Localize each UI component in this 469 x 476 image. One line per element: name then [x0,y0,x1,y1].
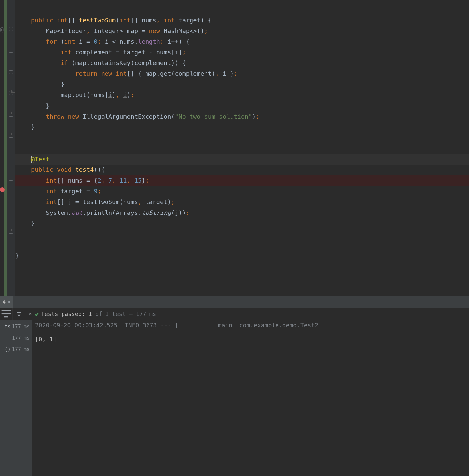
breakpoint-icon[interactable] [0,187,5,192]
string-literal: "No two sum solution" [175,113,252,120]
keyword: int [46,188,57,195]
number: 9 [94,188,97,195]
identifier: complement [75,49,112,56]
keyword: int [64,38,75,45]
tests-suffix: of 1 test – 177 ms [92,311,156,317]
fold-close-icon[interactable] [9,91,13,95]
code-line[interactable]: int target = 9; [15,186,469,197]
identifier: nums [68,177,83,184]
fold-close-icon[interactable] [9,230,13,234]
code-content[interactable]: public int[] testTwoSum(int[] nums, int … [15,0,469,296]
identifier: j [175,209,178,216]
number: 2 [98,177,101,184]
keyword: int [164,17,175,24]
identifier: nums [142,17,156,24]
tree-row[interactable]: ts177 ms [0,321,32,332]
code-line[interactable]: } [15,101,469,111]
tree-row[interactable]: ()177 ms [0,344,32,355]
identifier: target [123,49,145,56]
method-name: testTwoSum [79,17,116,24]
svg-rect-2 [4,316,8,318]
svg-rect-5 [18,315,20,316]
keyword: int [46,198,57,205]
code-line[interactable]: map.put(nums[i], i); [15,90,469,100]
fold-handle-icon[interactable] [9,49,13,53]
svg-rect-3 [17,312,21,313]
identifier: nums [123,198,138,205]
keyword: return [75,70,98,77]
filter-button[interactable] [13,308,25,320]
code-line[interactable]: } [15,122,469,132]
run-tab[interactable]: 4 × [0,296,13,308]
identifier: complement [134,59,171,66]
fold-close-icon[interactable] [9,113,13,117]
code-line[interactable]: for (int i = 0; i < nums.length; i++) { [15,36,469,47]
keyword: if [61,59,68,66]
tree-time: 177 ms [12,335,30,341]
number: 11 [119,177,127,184]
type: HashMap [164,27,190,34]
tree-row[interactable]: 177 ms [0,332,32,344]
console-line: [0, 1] [35,336,57,343]
static-method: toString [142,209,171,216]
keyword: int [46,177,57,184]
fold-gutter[interactable] [7,0,15,296]
code-line[interactable]: public int[] testTwoSum(int[] nums, int … [15,15,469,25]
number: 15 [134,177,142,184]
code-line[interactable]: public void test4(){ [15,165,469,175]
fold-close-icon[interactable] [9,134,13,138]
code-line[interactable] [15,240,469,250]
run-tab-strip: 4 × [0,296,469,308]
code-editor[interactable]: @ public int[] testTwoSum(int[] nums, in… [0,0,469,296]
code-line[interactable]: return new int[] { map.get(complement), … [15,69,469,79]
keyword: int [57,17,68,24]
test-tree[interactable]: ts177 ms 177 ms ()177 ms [0,320,32,476]
code-line[interactable] [15,229,469,239]
console-output[interactable]: 2020-09-20 00:03:42.525 INFO 3673 --- [ … [32,320,469,476]
close-icon[interactable]: × [8,299,11,305]
results-area: ts177 ms 177 ms ()177 ms 2020-09-20 00:0… [0,320,469,476]
code-line-current[interactable]: @Test [15,154,469,165]
code-line[interactable]: throw new IllegalArgumentException("No t… [15,111,469,122]
code-line[interactable] [15,143,469,154]
toggle-layout-button[interactable] [0,308,13,320]
identifier: map [61,91,71,98]
keyword: throw [46,113,64,120]
identifier: i [79,38,83,45]
code-line[interactable]: int[] j = testTwoSum(nums, target); [15,197,469,207]
fold-handle-icon[interactable] [9,70,13,74]
identifier: nums [156,49,171,56]
code-line[interactable]: } [15,79,469,90]
code-line[interactable]: } [15,218,469,229]
code-line[interactable] [15,4,469,15]
keyword: int [61,49,71,56]
tree-time: 177 ms [12,346,30,352]
keyword: void [57,166,72,173]
expand-icon[interactable]: » [28,311,32,317]
type: IllegalArgumentException [83,113,171,120]
code-line[interactable] [15,133,469,143]
method-call: println [86,209,112,216]
code-line-breakpoint[interactable]: int[] nums = {2, 7, 11, 15}; [15,175,469,186]
identifier: j [68,198,71,205]
svg-rect-4 [17,314,20,314]
fold-handle-icon[interactable] [9,27,13,31]
keyword: int [116,70,127,77]
code-line[interactable]: System.out.println(Arrays.toString(j)); [15,208,469,218]
code-line[interactable]: } [15,250,469,261]
vcs-change-strip [4,0,7,296]
code-line[interactable]: if (map.containsKey(complement)) { [15,58,469,68]
tree-label: () [5,346,11,352]
run-tool-window: 4 × » ✔ Tests passed: 1 of 1 test – 177 … [0,296,469,476]
keyword: int [119,17,130,24]
identifier: target [145,198,167,205]
code-line[interactable]: int complement = target - nums[i]; [15,47,469,58]
check-icon: ✔ [35,310,39,318]
fold-handle-icon[interactable] [9,177,13,181]
identifier: map [75,59,86,66]
type: Map [46,27,57,34]
filter-icon [16,311,22,317]
code-line[interactable]: Map<Integer, Integer> map = new HashMap<… [15,26,469,36]
method-call: get [160,70,171,77]
type: Arrays [116,209,138,216]
